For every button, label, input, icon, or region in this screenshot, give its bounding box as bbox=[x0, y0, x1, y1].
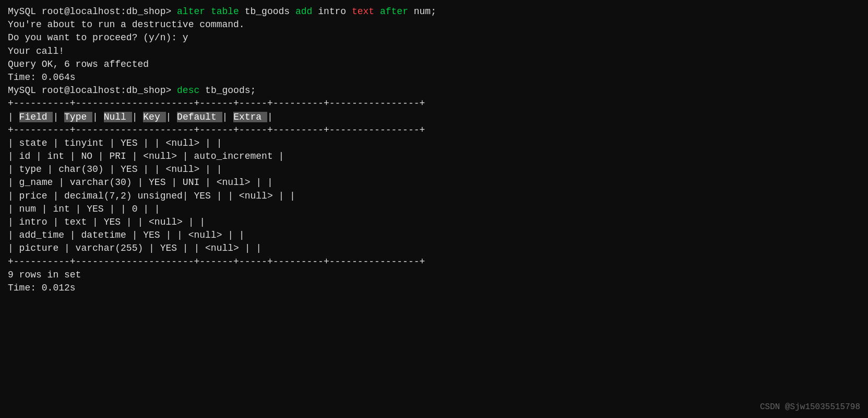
output-line-yourcall: Your call! bbox=[8, 45, 860, 58]
extra-header: Extra bbox=[233, 112, 267, 122]
output-line-destructive: You're about to run a destructive comman… bbox=[8, 18, 860, 31]
pipe-2: | bbox=[53, 112, 64, 122]
table-row-addtime: | add_time | datetime | YES | | <null> |… bbox=[8, 229, 860, 242]
table-row-picture: | picture | varchar(255) | YES | | <null… bbox=[8, 242, 860, 255]
footer-time: Time: 0.012s bbox=[8, 282, 860, 295]
cmd-tbgoods-2: tb_goods; bbox=[199, 85, 256, 96]
cmd-tbgoods: tb_goods bbox=[239, 6, 290, 17]
type-header: Type bbox=[64, 112, 92, 122]
terminal-window: MySQL root@localhost:db_shop> alter tabl… bbox=[8, 5, 860, 295]
pipe-5: | bbox=[166, 112, 177, 122]
cmd-desc: desc bbox=[171, 85, 199, 96]
prompt-keyword-alter: alter bbox=[171, 6, 205, 17]
table-row-num: | num | int | YES | | 0 | | bbox=[8, 203, 860, 216]
table-border-bot: +----------+---------------------+------… bbox=[8, 256, 860, 269]
pipe-6: | bbox=[222, 112, 234, 122]
prompt-text: MySQL root@localhost:db_shop> bbox=[8, 6, 171, 17]
command-line-1: MySQL root@localhost:db_shop> alter tabl… bbox=[8, 5, 860, 18]
key-header: Key bbox=[143, 112, 165, 122]
table-container: +----------+---------------------+------… bbox=[8, 97, 860, 268]
pipe-1: | bbox=[8, 112, 19, 122]
null-header: Null bbox=[104, 112, 132, 122]
table-border-top: +----------+---------------------+------… bbox=[8, 97, 860, 110]
footer-rows: 9 rows in set bbox=[8, 269, 860, 282]
command-line-2: MySQL root@localhost:db_shop> desc tb_go… bbox=[8, 84, 860, 97]
output-line-proceed: Do you want to proceed? (y/n): y bbox=[8, 31, 860, 44]
default-header: Default bbox=[177, 112, 222, 122]
table-row-gname: | g_name | varchar(30) | YES | UNI | <nu… bbox=[8, 176, 860, 189]
field-header: Field bbox=[19, 112, 53, 122]
table-row-intro: | intro | text | YES | | <null> | | bbox=[8, 216, 860, 229]
prompt-text-2: MySQL root@localhost:db_shop> bbox=[8, 85, 171, 96]
pipe-4: | bbox=[132, 112, 144, 122]
pipe-7: | bbox=[267, 112, 273, 122]
pipe-3: | bbox=[92, 112, 104, 122]
cmd-num: num; bbox=[408, 6, 436, 17]
cmd-table: table bbox=[205, 6, 239, 17]
table-header-row: | Field | Type | Null | Key | Default | … bbox=[8, 111, 860, 124]
cmd-add: add bbox=[290, 6, 312, 17]
cmd-after: after bbox=[374, 6, 408, 17]
output-line-time1: Time: 0.064s bbox=[8, 71, 860, 84]
cmd-intro: intro bbox=[312, 6, 346, 17]
table-row-id: | id | int | NO | PRI | <null> | auto_in… bbox=[8, 150, 860, 163]
output-line-queryok: Query OK, 6 rows affected bbox=[8, 58, 860, 71]
table-row-type: | type | char(30) | YES | | <null> | | bbox=[8, 163, 860, 176]
table-row-state: | state | tinyint | YES | | <null> | | bbox=[8, 137, 860, 150]
watermark: CSDN @Sjw15035515798 bbox=[760, 401, 860, 413]
cmd-text: text bbox=[346, 6, 374, 17]
table-row-price: | price | decimal(7,2) unsigned| YES | |… bbox=[8, 190, 860, 203]
table-border-mid: +----------+---------------------+------… bbox=[8, 124, 860, 137]
